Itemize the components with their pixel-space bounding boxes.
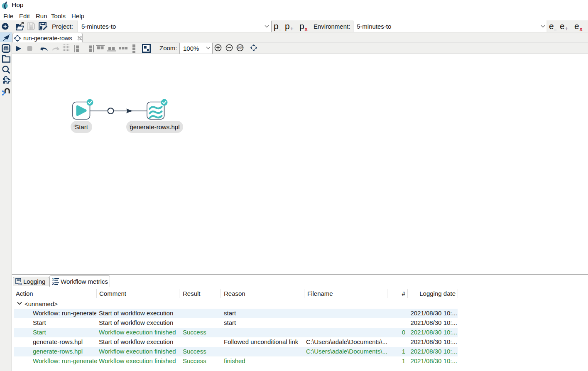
svg-text:og: og: [18, 282, 22, 285]
svg-text:2: 2: [52, 282, 54, 285]
svg-text:1: 1: [52, 277, 54, 281]
svg-text:100%: 100%: [237, 46, 244, 49]
